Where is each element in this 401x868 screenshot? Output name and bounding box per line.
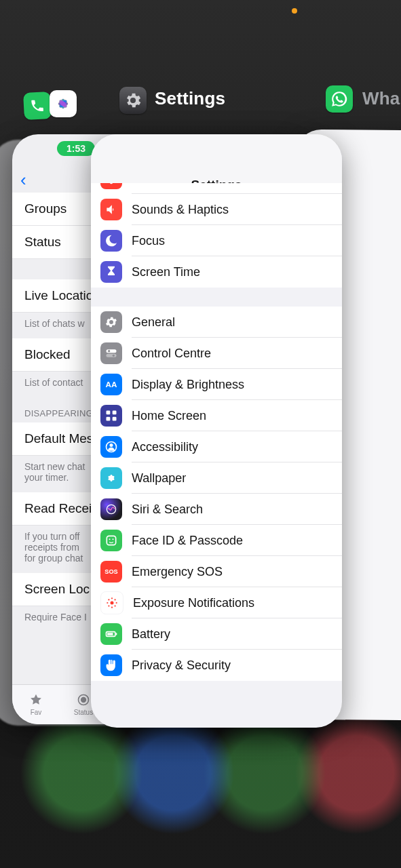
svg-rect-18 [113, 417, 117, 421]
face-icon [100, 530, 122, 551]
expo-icon [100, 591, 123, 614]
settings-scroll[interactable]: NotificationsSounds & HapticsFocusScreen… [91, 183, 342, 728]
svg-text:SOS: SOS [104, 568, 117, 575]
settings-app-label: Settings [155, 88, 225, 109]
whatsapp-app-icon [326, 85, 353, 113]
settings-row-label-display: Display & Brightness [132, 378, 244, 392]
settings-row-focus[interactable]: Focus [91, 225, 342, 256]
svg-point-37 [108, 606, 109, 607]
svg-rect-40 [116, 633, 117, 635]
settings-row-label-exposure: Exposure Notifications [133, 596, 254, 610]
settings-row-siri[interactable]: Siri & Search [91, 494, 342, 525]
svg-rect-11 [107, 354, 117, 357]
svg-point-36 [115, 599, 116, 600]
svg-point-38 [115, 606, 116, 607]
svg-point-30 [111, 601, 114, 605]
speaker-icon [100, 199, 122, 220]
settings-row-label-notifications: Notifications [132, 183, 198, 186]
wa-tab-favourites-label: Fav [31, 709, 42, 716]
settings-row-label-general: General [132, 315, 175, 330]
phone-app-icon [23, 92, 52, 120]
privacy-mic-indicator-dot [292, 8, 297, 14]
settings-row-exposure[interactable]: Exposure Notifications [91, 587, 342, 618]
settings-app-icon [119, 87, 147, 114]
settings-row-label-privacy: Privacy & Security [132, 658, 231, 673]
settings-row-label-faceid: Face ID & Passcode [132, 534, 243, 548]
svg-rect-41 [107, 633, 113, 635]
settings-row-privacy[interactable]: Privacy & Security [91, 650, 342, 681]
bell-icon [100, 183, 122, 189]
person-icon [100, 436, 122, 458]
svg-point-33 [107, 602, 108, 604]
settings-row-battery[interactable]: Battery [91, 618, 342, 650]
svg-point-12 [108, 350, 110, 352]
svg-point-31 [111, 597, 113, 599]
settings-row-label-sounds: Sounds & Haptics [132, 203, 229, 217]
settings-row-screentime[interactable]: Screen Time [91, 256, 342, 288]
settings-group-1: NotificationsSounds & HapticsFocusScreen… [91, 183, 342, 288]
settings-row-sounds[interactable]: Sounds & Haptics [91, 194, 342, 225]
svg-rect-16 [113, 411, 117, 415]
switches-icon [100, 342, 122, 364]
whatsapp-app-label: Wha [362, 88, 400, 109]
star-icon [29, 693, 43, 707]
hourglass-icon [100, 261, 122, 283]
settings-row-label-accessibility: Accessibility [132, 440, 198, 454]
settings-row-label-wallpaper: Wallpaper [132, 471, 186, 486]
svg-point-9 [81, 698, 86, 703]
svg-point-32 [111, 607, 113, 608]
settings-row-label-battery: Battery [132, 627, 170, 642]
svg-rect-10 [107, 349, 117, 353]
settings-row-sos[interactable]: SOSEmergency SOS [91, 556, 342, 587]
settings-row-label-siri: Siri & Search [132, 502, 203, 517]
back-chevron-icon[interactable]: ‹ [20, 170, 26, 191]
flower-icon [100, 467, 122, 489]
settings-row-homescreen[interactable]: Home Screen [91, 400, 342, 431]
switcher-header: Settings Wha [0, 85, 401, 123]
gear-icon [100, 311, 122, 333]
status-ring-icon [77, 693, 90, 707]
settings-row-faceid[interactable]: Face ID & Passcode [91, 525, 342, 556]
sos-icon: SOS [100, 561, 122, 583]
svg-rect-26 [107, 536, 115, 545]
settings-row-label-sos: Emergency SOS [132, 565, 223, 579]
moon-icon [100, 230, 122, 252]
settings-row-general[interactable]: General [91, 307, 342, 338]
battery-icon [100, 623, 122, 645]
wa-tab-status-label: Status [74, 709, 93, 716]
settings-row-wallpaper[interactable]: Wallpaper [91, 462, 342, 494]
svg-point-28 [113, 538, 114, 540]
settings-group-2: GeneralControl CentreAADisplay & Brightn… [91, 307, 342, 681]
siri-icon [100, 498, 122, 520]
svg-point-13 [113, 355, 115, 357]
svg-text:AA: AA [106, 380, 117, 389]
svg-point-34 [116, 602, 117, 604]
hand-icon [100, 654, 122, 676]
status-pill-time: 1:53 [57, 141, 95, 156]
aa-icon: AA [100, 374, 122, 395]
svg-rect-15 [107, 411, 111, 415]
settings-row-controlcentre[interactable]: Control Centre [91, 338, 342, 369]
settings-row-label-focus: Focus [132, 234, 165, 248]
svg-point-20 [110, 443, 113, 447]
svg-point-35 [108, 599, 109, 600]
settings-row-label-controlcentre: Control Centre [132, 347, 211, 361]
settings-row-accessibility[interactable]: Accessibility [91, 431, 342, 462]
settings-row-notifications[interactable]: Notifications [91, 183, 342, 194]
svg-rect-17 [107, 417, 111, 421]
app-switcher-stage[interactable]: Settings Wha 1:53 ‹ Groups Status Live L… [0, 0, 401, 868]
svg-point-27 [109, 538, 111, 540]
settings-row-label-screentime: Screen Time [132, 265, 200, 279]
grid-icon [100, 405, 122, 427]
settings-row-label-homescreen: Home Screen [132, 409, 206, 423]
settings-row-display[interactable]: AADisplay & Brightness [91, 369, 342, 400]
photos-app-icon [50, 90, 77, 117]
switcher-card-settings[interactable]: Settings NotificationsSounds & HapticsFo… [91, 134, 342, 728]
